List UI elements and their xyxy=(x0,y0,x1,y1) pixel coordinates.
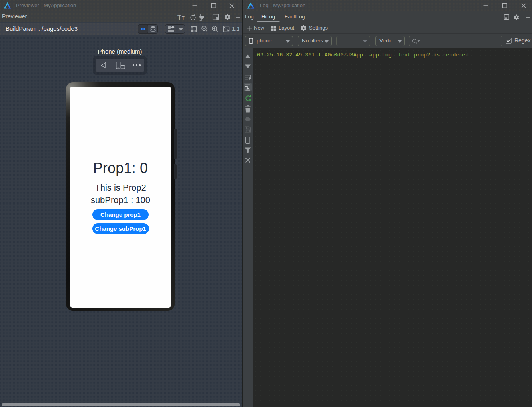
svg-text:1:1: 1:1 xyxy=(232,25,239,32)
svg-text:T: T xyxy=(182,16,185,20)
svg-text:T: T xyxy=(177,14,181,21)
